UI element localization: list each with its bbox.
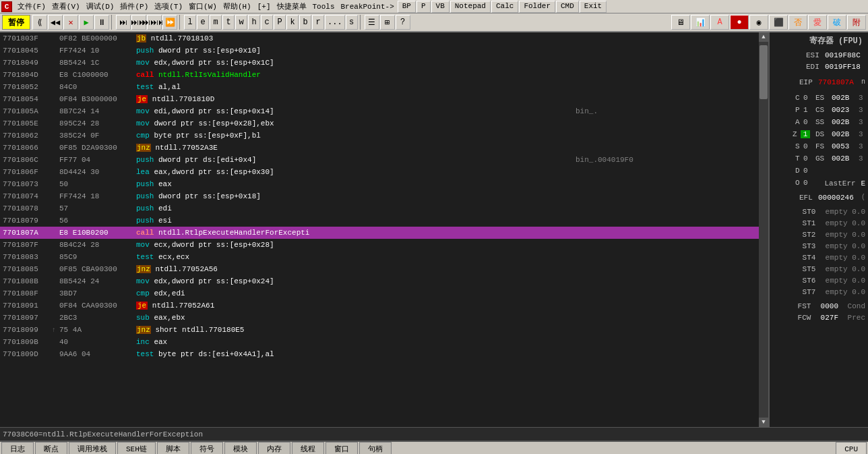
btab-handle[interactable]: 句柄 — [359, 442, 392, 454]
btn-icon2[interactable]: 📊 — [691, 15, 710, 30]
status-text: 77038C60=ntdll.RtlpExecuteHandlerForExce… — [3, 430, 203, 438]
table-row[interactable]: 77018045 FF7424 10 push dword ptr ss:[es… — [0, 45, 759, 57]
btn-icon3[interactable]: A — [710, 15, 729, 30]
btn-r[interactable]: r — [312, 15, 324, 30]
btab-log[interactable]: 日志 — [1, 442, 34, 454]
table-row[interactable]: 77018054 0F84 B3000000 je ntdll.7701810D — [0, 93, 759, 105]
menu-help[interactable]: 帮助(H) — [220, 0, 254, 13]
table-row[interactable]: 7701808B 8B5424 24 mov edx,dword ptr ss:… — [0, 275, 759, 287]
vertical-scrollbar[interactable]: ▲ ▼ — [759, 32, 768, 427]
menu-plus[interactable]: [+] — [255, 0, 274, 13]
btn-icon7[interactable]: 否 — [788, 15, 807, 30]
btn-pause2[interactable]: ⏸ — [94, 15, 109, 30]
table-row[interactable]: 77018085 0F85 CBA90300 jnz ntdll.77052A5… — [0, 263, 759, 275]
menu-shortcuts[interactable]: 快捷菜单 — [274, 0, 309, 13]
table-row[interactable]: 77018078 57 push edi — [0, 202, 759, 215]
table-row[interactable]: 77018083 85C9 test ecx,ecx — [0, 251, 759, 263]
btn-calc[interactable]: Calc — [491, 1, 518, 13]
btn-folder[interactable]: Folder — [519, 1, 555, 13]
btn-l[interactable]: l — [184, 15, 196, 30]
btab-symbol[interactable]: 符号 — [191, 442, 223, 454]
btn-help2[interactable]: ? — [396, 15, 410, 30]
btab-memory[interactable]: 内存 — [258, 442, 290, 454]
btn-icon5[interactable]: ◉ — [749, 15, 768, 30]
btn-animate[interactable]: ⏩ — [162, 15, 177, 30]
menu-options[interactable]: 选项(T) — [152, 0, 185, 13]
table-row[interactable]: 77018091 0F84 CAA90300 je ntdll.77052A61 — [0, 300, 759, 312]
btn-run[interactable]: ▶ — [79, 15, 94, 30]
table-row[interactable]: 77018097 2BC3 sub eax,ebx — [0, 312, 759, 324]
scroll-up-arrow[interactable]: ▲ — [759, 32, 768, 42]
btab-window[interactable]: 窗口 — [326, 442, 358, 454]
scroll-track[interactable] — [759, 42, 768, 418]
table-row[interactable]: 7701806C FF77 04 push dword ptr ds:[edi+… — [0, 154, 759, 166]
table-row[interactable]: 7701809B 40 inc eax — [0, 336, 759, 348]
btn-icon1[interactable]: 🖥 — [671, 15, 690, 30]
flag-z: Z 1 — [793, 128, 810, 140]
menu-breakpoint[interactable]: BreakPoint-> — [338, 0, 397, 13]
btn-m[interactable]: m — [210, 15, 222, 30]
btn-step-out[interactable]: ⏭⏭⏭ — [147, 15, 162, 30]
btn-icon10[interactable]: 附 — [847, 15, 866, 30]
table-row[interactable]: 7701804D E8 C1000000 call ntdll.RtlIsVal… — [0, 69, 759, 81]
btn-icon9[interactable]: 破 — [828, 15, 846, 30]
btn-close[interactable]: ✕ — [63, 15, 78, 30]
btn-icon6[interactable]: ⬛ — [769, 15, 788, 30]
table-row[interactable]: 77018052 84C0 test al,al — [0, 81, 759, 93]
table-row[interactable]: 77018074 FF7424 18 push dword ptr ss:[es… — [0, 190, 759, 202]
btn-h[interactable]: h — [248, 15, 260, 30]
btab-seh[interactable]: SEH链 — [117, 442, 156, 454]
menu-plugin[interactable]: 插件(P) — [117, 0, 151, 13]
btn-notepad[interactable]: Notepad — [450, 1, 491, 13]
table-row[interactable]: 7701806F 8D4424 30 lea eax,dword ptr ss:… — [0, 166, 759, 178]
btab-module[interactable]: 模块 — [224, 442, 257, 454]
btn-list[interactable]: ☰ — [365, 15, 379, 30]
table-row[interactable]: 77018049 8B5424 1C mov edx,dword ptr ss:… — [0, 57, 759, 69]
table-row[interactable]: 7701805A 8B7C24 14 mov edi,dword ptr ss:… — [0, 105, 759, 117]
btn-bp[interactable]: BP — [398, 1, 416, 13]
menu-tools[interactable]: Tools — [310, 0, 338, 13]
scroll-down-arrow[interactable]: ▼ — [759, 418, 768, 427]
menu-file[interactable]: 文件(F) — [15, 0, 49, 13]
btn-w[interactable]: w — [235, 15, 247, 30]
table-row[interactable]: 7701803F 0F82 BE000000 jb ntdll.77018103 — [0, 32, 759, 45]
menu-window[interactable]: 窗口(W) — [186, 0, 220, 13]
btn-exit[interactable]: Exit — [580, 1, 607, 13]
table-row[interactable]: 7701807A E8 E10B0200 call ntdll.RtlpExec… — [0, 227, 759, 239]
btn-icon4[interactable]: ● — [730, 15, 749, 30]
btn-p[interactable]: P — [416, 1, 431, 13]
btn-c[interactable]: c — [261, 15, 273, 30]
table-row[interactable]: 7701808F 3BD7 cmp edx,edi — [0, 287, 759, 300]
btab-script[interactable]: 脚本 — [157, 442, 189, 454]
btn-k[interactable]: k — [286, 15, 299, 30]
btab-thread[interactable]: 线程 — [292, 442, 324, 454]
btn-back[interactable]: ◀◀ — [48, 15, 63, 30]
menu-debug[interactable]: 调试(D) — [84, 0, 117, 13]
btn-s[interactable]: s — [346, 15, 358, 30]
btn-grid[interactable]: ⊞ — [380, 15, 395, 30]
table-row[interactable]: 77018073 50 push eax — [0, 178, 759, 190]
btab-callstack[interactable]: 调用堆栈 — [69, 442, 116, 454]
menu-view[interactable]: 查看(V) — [49, 0, 83, 13]
btn-b[interactable]: b — [299, 15, 311, 30]
table-row[interactable]: 77018079 56 push esi — [0, 215, 759, 227]
btn-dots[interactable]: ... — [325, 15, 345, 30]
table-row[interactable]: 77018066 0F85 D2A90300 jnz ntdll.77052A3… — [0, 142, 759, 154]
btn-P[interactable]: P — [274, 15, 286, 30]
btab-cpu[interactable]: CPU — [836, 442, 867, 454]
btn-vb[interactable]: VB — [431, 1, 450, 13]
flag-t: T 0 — [793, 152, 810, 164]
btn-e[interactable]: e — [197, 15, 209, 30]
btn-t[interactable]: t — [222, 15, 235, 30]
btn-restart[interactable]: ⟪ — [32, 15, 47, 30]
btn-icon8[interactable]: 愛 — [808, 15, 827, 30]
table-row[interactable]: 77018099 ↑ 75 4A jnz short ntdll.770180E… — [0, 324, 759, 336]
table-row[interactable]: 7701809D 9AA6 04 test byte ptr ds:[esi+0… — [0, 348, 759, 360]
table-row[interactable]: 7701807F 8B4C24 28 mov ecx,dword ptr ss:… — [0, 239, 759, 251]
table-row[interactable]: 7701805E 895C24 28 mov dword ptr ss:[esp… — [0, 117, 759, 130]
btn-cmd[interactable]: CMD — [556, 1, 579, 13]
btab-breakpoint[interactable]: 断点 — [35, 442, 67, 454]
btn-step-into[interactable]: ⏭ — [116, 15, 131, 30]
scroll-thumb[interactable] — [760, 45, 768, 99]
table-row[interactable]: 77018062 385C24 0F cmp byte ptr ss:[esp+… — [0, 130, 759, 142]
